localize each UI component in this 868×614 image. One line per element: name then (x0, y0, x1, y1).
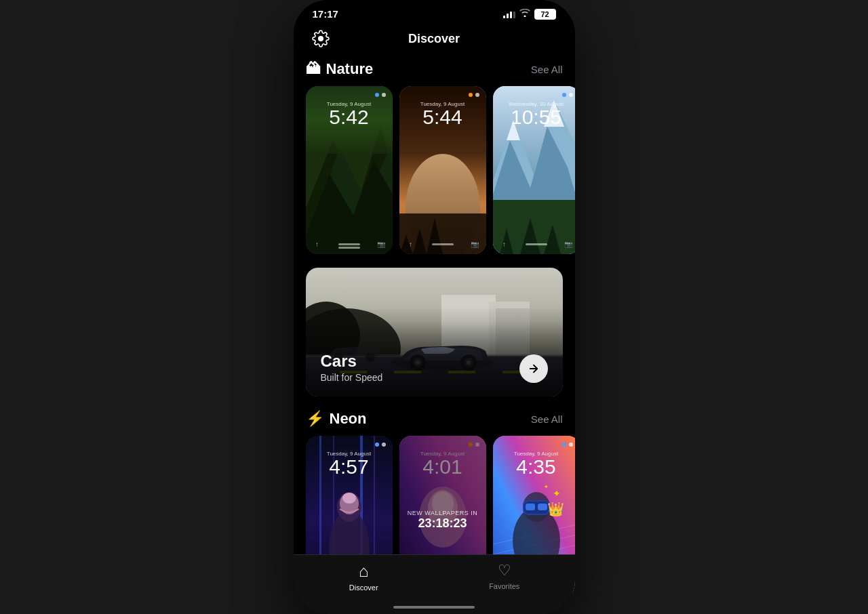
wc-top-bar-3 (500, 93, 573, 97)
neon-section-header: ⚡ Neon See All (294, 410, 575, 436)
phone-frame: 17:17 72 (294, 0, 575, 614)
neon-card3-time: 4:35 (500, 457, 573, 477)
wc-overlay-3: Wednesday, 10 August 10:55 (493, 86, 575, 254)
nature-card2-time: 5:44 (406, 107, 479, 127)
neon-see-all[interactable]: See All (531, 413, 563, 425)
bottom-nav: ⌂ Discover ♡ Favorites (294, 554, 575, 614)
scroll-content[interactable]: 🏔 Nature See All (294, 60, 575, 593)
nav-discover[interactable]: ⌂ Discover (294, 562, 435, 592)
home-indicator (393, 606, 475, 609)
cars-subtitle: Built for Speed (321, 372, 383, 383)
nature-card3-time: 10:55 (500, 107, 573, 127)
nature-wallpaper-row: Tuesday, 9 August 5:42 ↑ 📷 (294, 86, 575, 254)
wc-left-icon-2: ↑ (406, 239, 416, 249)
nature-card-2[interactable]: Tuesday, 9 August 5:44 ↑ 📷 (399, 86, 486, 254)
wc-left-icon-3: ↑ (500, 239, 509, 249)
wc-right-icon-1: 📷 (376, 239, 386, 249)
wc-top-bar-1 (313, 93, 386, 97)
nature-emoji: 🏔 (306, 60, 321, 78)
wc-top-bar-2 (406, 93, 479, 97)
nature-see-all[interactable]: See All (531, 64, 563, 75)
nature-card-1[interactable]: Tuesday, 9 August 5:42 ↑ 📷 (306, 86, 393, 254)
status-icons: 72 (503, 9, 556, 20)
cars-title: Cars (321, 352, 383, 371)
heart-icon: ♡ (498, 562, 511, 579)
countdown-time: 23:18:23 (418, 516, 467, 531)
nature-section-header: 🏔 Nature See All (294, 60, 575, 86)
settings-button[interactable] (309, 26, 333, 51)
wc-right-icon-3: 📷 (564, 239, 573, 249)
time: 17:17 (313, 8, 338, 20)
nature-card-3[interactable]: Wednesday, 10 August 10:55 ↑ 📷 (493, 86, 575, 254)
home-icon: ⌂ (359, 562, 369, 581)
wc-right-icon-2: 📷 (470, 239, 479, 249)
cars-arrow-button[interactable] (519, 354, 548, 383)
nature-card1-time: 5:42 (313, 107, 386, 127)
wc-overlay-1: Tuesday, 9 August 5:42 (306, 86, 393, 254)
nav-favorites-label: Favorites (489, 582, 519, 590)
nav-discover-label: Discover (349, 584, 378, 592)
gear-icon (312, 30, 330, 47)
wc-left-icon-1: ↑ (313, 239, 322, 249)
wc-overlay-2: Tuesday, 9 August 5:44 (399, 86, 486, 254)
cars-banner[interactable]: Cars Built for Speed (306, 268, 563, 396)
neon-emoji: ⚡ (306, 410, 324, 428)
battery-icon: 72 (534, 9, 556, 20)
neon-title: ⚡ Neon (306, 410, 367, 428)
app-header: Discover (294, 22, 575, 60)
arrow-right-icon (528, 363, 540, 375)
page-title: Discover (333, 32, 536, 46)
nature-title: 🏔 Nature (306, 60, 374, 78)
wifi-icon (519, 9, 530, 19)
signal-icon (503, 10, 515, 18)
countdown-label: NEW WALLPAPERS IN (408, 510, 478, 516)
nav-favorites[interactable]: ♡ Favorites (434, 562, 575, 590)
cars-content: Cars Built for Speed (321, 352, 548, 383)
neon-card1-time: 4:57 (313, 457, 386, 477)
status-bar: 17:17 72 (294, 0, 575, 22)
